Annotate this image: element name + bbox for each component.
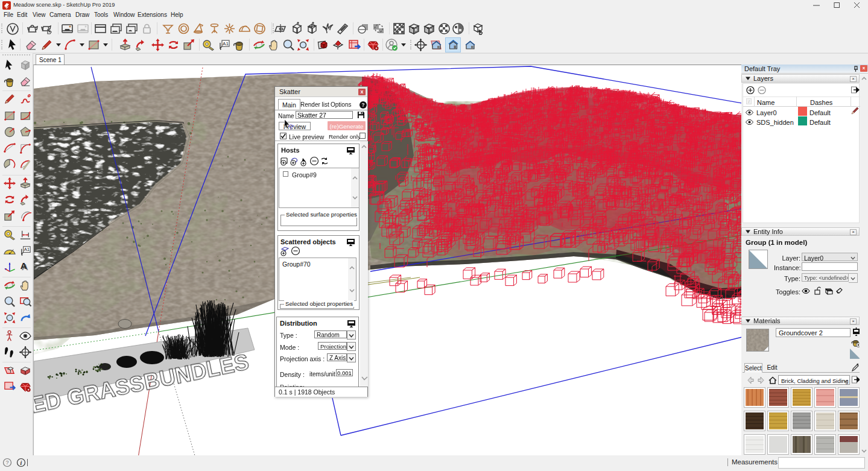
- svg-text:?: ?: [361, 102, 364, 108]
- svg-text:A1: A1: [24, 247, 30, 252]
- svg-text:A: A: [21, 261, 27, 271]
- svg-text:i: i: [21, 460, 22, 466]
- svg-text:?: ?: [5, 460, 8, 466]
- svg-text:A1: A1: [223, 41, 229, 46]
